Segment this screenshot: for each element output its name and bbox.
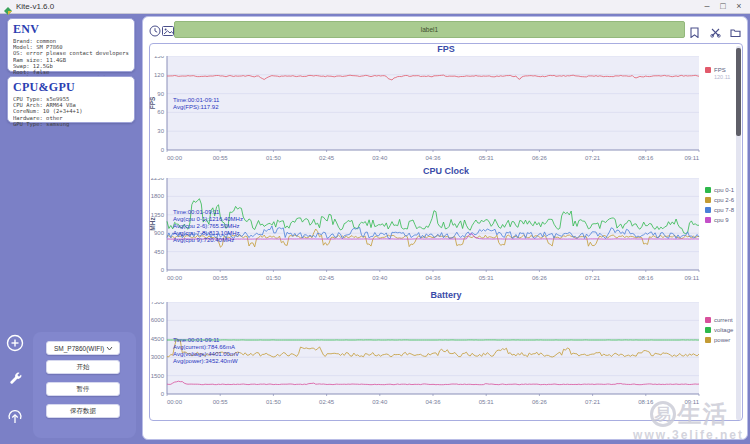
wrench-icon <box>6 374 24 391</box>
add-button[interactable] <box>6 334 24 352</box>
tooltip-line: Time:00:01-09:11 <box>173 337 239 344</box>
legend-label: cpu 2-6 <box>714 197 734 203</box>
window-titlebar: Kite-v1.6.0 – □ × <box>0 0 750 14</box>
label-bar[interactable]: label1 <box>174 21 685 38</box>
x-tick-label: 07:21 <box>585 275 601 281</box>
env-panel: ENV Brand: commonModel: SM_P7860OS: erro… <box>7 18 135 72</box>
tooltip-line: Avg(power):3452.40mW <box>173 358 239 365</box>
env-lines: Brand: commonModel: SM_P7860OS: error pl… <box>13 38 129 81</box>
y-tick-label: 0 <box>161 267 165 273</box>
y-tick-label: 120 <box>154 72 165 78</box>
y-tick-label: 150 <box>154 56 165 59</box>
x-tick-label: 04:36 <box>425 399 441 405</box>
minimize-button[interactable]: – <box>700 1 714 11</box>
battery-legend: currentvoltagepower <box>705 317 745 347</box>
legend-item[interactable]: current <box>705 317 745 323</box>
tooltip-line: Avg(voltage):4401.00mV <box>173 351 239 358</box>
device-select-value: SM_P7860(WIFI) <box>54 345 104 352</box>
y-tick-label: 1350 <box>151 212 165 218</box>
y-tick-label: 3000 <box>151 354 165 360</box>
x-tick-label: 03:40 <box>372 275 388 281</box>
fps-plot[interactable]: 030609012015000:0000:5501:5002:4503:4004… <box>149 56 743 164</box>
y-tick-label: 1500 <box>151 373 165 379</box>
tooltip-line: Time:00:01-09:11 <box>173 209 243 216</box>
y-tick-label: 1800 <box>151 193 165 199</box>
legend-swatch <box>705 207 711 213</box>
chart-title: FPS <box>149 43 743 56</box>
y-tick-label: 30 <box>157 128 164 134</box>
chart-title: Battery <box>149 289 743 302</box>
label-bar-text: label1 <box>421 26 438 33</box>
folder-export-icon[interactable] <box>730 24 742 36</box>
y-tick-label: 4500 <box>151 336 165 342</box>
legend-swatch <box>705 327 711 333</box>
chart-title: CPU Clock <box>149 165 743 178</box>
legend-swatch <box>705 337 711 343</box>
save-data-button[interactable]: 保存数据 <box>46 404 120 418</box>
cpu-gpu-title: CPU&GPU <box>13 80 129 95</box>
legend-label: cpu 0-1 <box>714 187 734 193</box>
screenshot-image-icon[interactable] <box>162 23 174 35</box>
legend-swatch <box>705 317 711 323</box>
cpu-clock-chart: CPU Clock 045090013501800225000:0000:550… <box>149 165 743 285</box>
close-button[interactable]: × <box>732 1 746 11</box>
upload-button[interactable] <box>6 408 24 426</box>
legend-item[interactable]: power <box>705 337 745 343</box>
y-tick-label: 60 <box>157 109 164 115</box>
cpu-line: GPU Type: samsung <box>13 121 129 127</box>
tooltip-line: Avg(cpu 2-6):765.50MHz <box>173 223 243 230</box>
tooltip-line: Avg(cpu 9):720.40MHz <box>173 237 243 244</box>
legend-swatch <box>705 197 711 203</box>
legend-item[interactable]: voltage <box>705 327 745 333</box>
x-tick-label: 02:45 <box>319 399 335 405</box>
history-clock-icon[interactable] <box>149 23 161 35</box>
tooltip-line: Avg(FPS):117.92 <box>173 104 219 111</box>
x-tick-label: 06:26 <box>532 155 548 161</box>
bookmark-icon[interactable] <box>689 24 701 36</box>
x-tick-label: 01:50 <box>266 155 282 161</box>
cpu-clock-tooltip: Time:00:01-09:11Avg(cpu 0-1):1216.40MHzA… <box>173 209 243 244</box>
fps-chart: FPS 030609012015000:0000:5501:5002:4503:… <box>149 43 743 165</box>
legend-label: current <box>714 317 733 323</box>
y-tick-label: 6000 <box>151 317 165 323</box>
legend-swatch <box>705 187 711 193</box>
x-tick-label: 06:26 <box>532 399 548 405</box>
x-tick-label: 09:11 <box>684 399 699 405</box>
x-tick-label: 03:40 <box>372 399 388 405</box>
app-icon <box>4 2 13 20</box>
legend-item[interactable]: cpu 0-1 <box>705 187 745 193</box>
x-tick-label: 05:31 <box>479 275 495 281</box>
y-tick-label: 2250 <box>151 178 165 181</box>
maximize-button[interactable]: □ <box>716 1 730 11</box>
x-tick-label: 00:00 <box>167 275 183 281</box>
x-tick-label: 08:16 <box>638 155 654 161</box>
x-tick-label: 00:55 <box>213 399 229 405</box>
y-axis-label: MHz <box>149 217 156 231</box>
legend-item[interactable]: cpu 9 <box>705 217 745 223</box>
x-tick-label: 07:21 <box>585 399 601 405</box>
x-tick-label: 00:55 <box>213 155 229 161</box>
settings-wrench-button[interactable] <box>6 370 24 388</box>
y-tick-label: 0 <box>161 391 165 397</box>
device-select[interactable]: SM_P7860(WIFI) <box>46 341 120 355</box>
x-tick-label: 09:11 <box>684 155 699 161</box>
legend-swatch <box>705 217 711 223</box>
cpu-gpu-lines: CPU Type: s5e9955CPU Arch: ARM64_V8aCore… <box>13 96 129 127</box>
legend-label: power <box>714 337 730 343</box>
x-tick-label: 00:00 <box>167 155 183 161</box>
x-tick-label: 07:21 <box>585 155 601 161</box>
scissors-icon[interactable] <box>710 24 722 36</box>
y-tick-label: 450 <box>154 249 165 255</box>
vertical-scrollbar-handle[interactable] <box>736 48 741 136</box>
start-button[interactable]: 开始 <box>46 360 120 374</box>
window-title: Kite-v1.6.0 <box>16 2 54 11</box>
x-tick-label: 05:31 <box>479 399 495 405</box>
legend-label: voltage <box>714 327 733 333</box>
pause-button[interactable]: 暂停 <box>46 382 120 396</box>
legend-item[interactable]: cpu 2-6 <box>705 197 745 203</box>
legend-swatch <box>705 67 711 73</box>
x-tick-label: 08:16 <box>638 275 654 281</box>
env-line: OS: error please contact developers <box>13 50 129 56</box>
cpu-clock-legend: cpu 0-1cpu 2-6cpu 7-8cpu 9 <box>705 187 745 227</box>
legend-item[interactable]: cpu 7-8 <box>705 207 745 213</box>
